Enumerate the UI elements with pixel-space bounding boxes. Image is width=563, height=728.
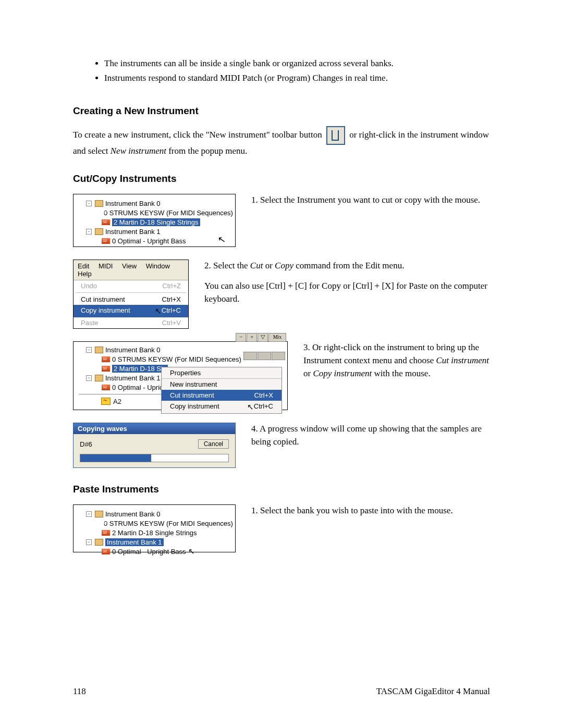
wave-icon [101, 398, 111, 405]
tree-optimal[interactable]: 0 Optimal - Upright Bass [112, 548, 186, 556]
edit-dropdown: UndoCtrl+Z Cut instrumentCtrl+X Copy ins… [74, 280, 188, 328]
tree-expander-icon[interactable]: − [86, 375, 92, 381]
tree-bank1[interactable]: Instrument Bank 1 [105, 228, 161, 236]
menu-midi[interactable]: MIDI [99, 262, 113, 270]
tree-martin-selected[interactable]: 2 Martin D-18 Sin [112, 365, 168, 373]
tree-bank0[interactable]: Instrument Bank 0 [105, 346, 161, 354]
menu-paste: PasteCtrl+V [74, 317, 188, 328]
menu-undo: UndoCtrl+Z [74, 280, 188, 291]
page-footer: 118 TASCAM GigaEditor 4 Manual [73, 686, 490, 697]
create-paragraph: To create a new instrument, click the "N… [73, 126, 490, 158]
menu-copy-instrument[interactable]: Copy instrument↖Ctrl+C [74, 305, 188, 317]
dialog-title: Copying waves [74, 423, 235, 434]
tree-optimal[interactable]: 0 Optimal - Upright Bass [112, 237, 186, 245]
tree-bank1[interactable]: Instrument Bank 1 [105, 374, 161, 382]
step1-text: 1. Select the Instrument you want to cut… [251, 194, 490, 207]
tree-expander-icon[interactable]: − [86, 229, 92, 235]
tree-bank1-selected[interactable]: Instrument Bank 1 [105, 538, 164, 546]
menu-help[interactable]: Help [78, 270, 92, 278]
menubar: Edit MIDI View Window Help [74, 260, 188, 280]
tree-martin[interactable]: 2 Martin D-18 Single Strings [112, 529, 197, 537]
win-minus-button[interactable]: − [236, 333, 246, 342]
paste-step1-text: 1. Select the bank you wish to paste int… [251, 504, 490, 517]
cursor-icon: ↖ [155, 306, 162, 316]
page-number: 118 [73, 686, 86, 697]
instrument-icon [102, 366, 110, 372]
ctx-new-instrument[interactable]: New instrument [162, 379, 282, 390]
bullet-1: The instruments can all be inside a sing… [104, 57, 490, 70]
win-plus-button[interactable]: + [247, 333, 257, 342]
instrument-icon [102, 356, 110, 362]
folder-icon [95, 200, 103, 207]
instrument-icon [102, 549, 110, 554]
step3-text: 3. Or right-click on the instrument to b… [303, 341, 490, 380]
tree-bank0[interactable]: Instrument Bank 0 [105, 510, 161, 518]
tree-strums[interactable]: 0 STRUMS KEYSW (For MIDI Sequences) [112, 355, 241, 363]
instrument-icon [102, 530, 110, 536]
tree-expander-icon[interactable]: − [86, 539, 92, 545]
figure-instrument-tree-paste: −Instrument Bank 0 0 STRUMS KEYSW (For M… [73, 504, 236, 552]
progress-bar [80, 454, 229, 462]
create-text-a: To create a new instrument, click the "N… [73, 130, 324, 140]
instrument-icon [102, 385, 110, 390]
step2-column: 2. Select the Cut or Copy command from t… [204, 260, 490, 313]
menu-window[interactable]: Window [146, 262, 170, 270]
figure-context-menu: − + ▽ Mix −Instrument Bank 0 0 STRUMS KE… [73, 341, 288, 410]
create-text-c: from the popup menu. [168, 146, 247, 156]
heading-paste: Paste Instruments [73, 484, 490, 495]
heading-creating: Creating a New Instrument [73, 105, 490, 117]
figure-edit-menu: Edit MIDI View Window Help UndoCtrl+Z Cu… [73, 260, 189, 329]
step2-extra: You can also use [Ctrl] + [C] for Copy o… [204, 280, 490, 305]
heading-cutcopy: Cut/Copy Instruments [73, 173, 490, 184]
menu-edit[interactable]: Edit [78, 262, 89, 270]
intro-bullets: The instruments can all be inside a sing… [73, 57, 490, 84]
step4-text: 4. A progress window will come up showin… [251, 423, 490, 448]
bullet-2: Instruments respond to standard MIDI Pat… [104, 72, 490, 84]
cursor-icon: ↖ [247, 402, 254, 412]
ctx-properties[interactable]: Properties [162, 367, 282, 378]
slot-indicators [243, 352, 285, 360]
tree-strums[interactable]: 0 STRUMS KEYSW (For MIDI Sequences) [104, 209, 233, 217]
ctx-cut-instrument[interactable]: Cut instrumentCtrl+X [162, 390, 282, 401]
tree-martin-selected[interactable]: 2 Martin D-18 Single Strings [112, 218, 200, 226]
folder-icon [95, 228, 103, 235]
win-dropdown-button[interactable]: ▽ [258, 333, 268, 342]
figure-instrument-tree-1: −Instrument Bank 0 0 STRUMS KEYSW (For M… [73, 194, 236, 247]
cancel-button[interactable]: Cancel [198, 439, 229, 449]
tree-expander-icon[interactable]: − [86, 201, 92, 206]
tree-strums[interactable]: 0 STRUMS KEYSW (For MIDI Sequences) [104, 520, 233, 527]
ctx-copy-instrument[interactable]: Copy instrument↖Ctrl+C [162, 401, 282, 413]
create-italic: New instrument [111, 146, 166, 156]
tree-bank0[interactable]: Instrument Bank 0 [105, 200, 161, 207]
instrument-icon [102, 219, 110, 225]
menu-view[interactable]: View [122, 262, 137, 270]
figure-progress-dialog: Copying waves D#6 Cancel [73, 423, 236, 468]
dialog-note-label: D#6 [80, 440, 92, 448]
menu-cut-instrument[interactable]: Cut instrumentCtrl+X [74, 294, 188, 305]
cursor-icon: ↖ [188, 547, 195, 556]
tree-expander-icon[interactable]: − [86, 511, 92, 517]
tree-optimal-trunc[interactable]: 0 Optimal - Upric [112, 384, 163, 391]
new-instrument-toolbar-icon [326, 126, 345, 145]
context-menu: Properties New instrument Cut instrument… [161, 367, 282, 414]
book-title: TASCAM GigaEditor 4 Manual [376, 686, 490, 697]
folder-icon [95, 375, 103, 381]
mix-tab[interactable]: Mix [268, 333, 286, 342]
tree-expander-icon[interactable]: − [86, 347, 92, 353]
folder-icon [95, 511, 103, 517]
folder-icon [95, 539, 103, 546]
instrument-icon [102, 238, 110, 244]
tree-sample-a2[interactable]: A2 [113, 398, 121, 405]
folder-icon [95, 347, 103, 353]
